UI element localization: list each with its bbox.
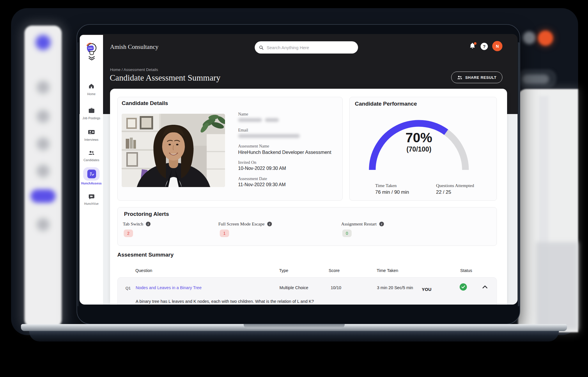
alert-label-text: Full Screen Mode Escape bbox=[218, 221, 265, 227]
video-chat-icon bbox=[88, 193, 95, 200]
fullscreen-escape-count-badge: 1 bbox=[220, 230, 229, 237]
collapse-chevron-icon[interactable] bbox=[482, 284, 488, 290]
alert-label-text: Assignment Restart bbox=[341, 221, 377, 227]
question-row[interactable]: Q1 Nodes and Leaves in a Binary Tree Mul… bbox=[117, 277, 497, 305]
score-fraction: (70/100) bbox=[357, 145, 480, 153]
help-button[interactable]: ? bbox=[481, 43, 488, 50]
sidebar-item-candidates[interactable] bbox=[80, 150, 103, 164]
laptop-deck-notch bbox=[244, 324, 345, 328]
notification-bell-button[interactable] bbox=[469, 42, 477, 50]
column-header-score: Score bbox=[329, 268, 340, 273]
sidebar-item-label: HunchVue bbox=[80, 202, 103, 205]
blurred-avatar bbox=[37, 110, 49, 123]
field-label-invited-on: Invited On bbox=[238, 160, 256, 165]
column-header-status: Status bbox=[460, 268, 472, 273]
field-label-name: Name bbox=[238, 112, 248, 117]
field-label-assessment-name: Assessment Name bbox=[238, 144, 269, 149]
share-people-icon bbox=[457, 75, 463, 80]
name-value-blurred bbox=[238, 118, 262, 122]
sidebar-item-label: Job Postings bbox=[80, 116, 103, 120]
status-correct-icon bbox=[460, 283, 467, 291]
company-name: Amish Consultancy bbox=[110, 43, 158, 51]
sidebar-item-label: Interviews bbox=[80, 138, 103, 141]
sidebar-item-label: HunchAssess bbox=[80, 182, 103, 185]
candidate-photo bbox=[122, 114, 225, 187]
assessment-date-value: 11-Nov-2022 09:30 AM bbox=[238, 182, 286, 187]
user-avatar[interactable]: N bbox=[492, 41, 502, 51]
hunchhire-logo bbox=[85, 42, 98, 61]
search-icon bbox=[259, 45, 264, 50]
assignment-restart-count-badge: 0 bbox=[342, 230, 352, 237]
notification-badge-dot bbox=[474, 42, 477, 45]
search-input[interactable] bbox=[267, 45, 354, 50]
column-header-type: Type bbox=[279, 268, 288, 273]
search-bar[interactable] bbox=[255, 41, 358, 54]
alert-tab-switch: Tab Switch i bbox=[123, 221, 150, 227]
blurred-avatar bbox=[37, 81, 49, 94]
alert-fullscreen-escape: Full Screen Mode Escape i bbox=[218, 221, 272, 227]
marketing-scene: Home Job Postings Interviews bbox=[0, 0, 588, 377]
time-taken-label: Time Taken bbox=[375, 183, 396, 188]
question-id: Q1 bbox=[125, 286, 131, 290]
alert-assignment-restart: Assignment Restart i bbox=[341, 221, 384, 227]
sidebar-item-hunchvue[interactable] bbox=[80, 193, 103, 208]
tab-switch-count-badge: 2 bbox=[124, 230, 133, 237]
app-window: Home Job Postings Interviews bbox=[79, 34, 518, 305]
laptop-shadow bbox=[55, 340, 533, 354]
breadcrumb[interactable]: Home / Assessment Details bbox=[110, 67, 158, 72]
blurred-orange-circle bbox=[538, 31, 553, 46]
info-icon[interactable]: i bbox=[379, 222, 384, 226]
name-value-blurred bbox=[265, 118, 279, 122]
candidate-performance-card: Candidate Performance 70% (70/100) Time … bbox=[349, 97, 497, 201]
proctoring-alerts-heading: Proctoring Alerts bbox=[124, 211, 169, 217]
assessment-checklist-icon bbox=[87, 170, 96, 178]
blurred-avatar bbox=[37, 218, 49, 231]
question-score: 10/10 bbox=[331, 285, 341, 290]
assessment-name-value: HireHunch Backend Developer Assessment bbox=[238, 150, 331, 155]
sidebar-item-label: Candidates bbox=[80, 158, 103, 162]
question-link[interactable]: Nodes and Leaves in a Binary Tree bbox=[136, 285, 202, 290]
email-value-blurred bbox=[238, 134, 300, 138]
question-type: Multiple Choice bbox=[279, 285, 308, 290]
blurred-avatar bbox=[37, 138, 49, 150]
column-header-time-taken: Time Taken bbox=[377, 268, 398, 273]
laptop-edge-highlight bbox=[517, 42, 519, 306]
page-title: Candidate Assessment Summary bbox=[110, 73, 220, 83]
score-percent: 70% bbox=[357, 130, 480, 145]
alert-label-text: Tab Switch bbox=[123, 221, 143, 227]
blurred-circle bbox=[523, 31, 536, 44]
blurred-sidebar-window bbox=[24, 26, 62, 327]
question-detail: A binary tree has L leaves and K nodes, … bbox=[136, 299, 314, 304]
sidebar-item-label: Home bbox=[80, 92, 103, 96]
blurred-active-pill bbox=[31, 189, 56, 203]
share-result-button[interactable]: SHARE RESULT bbox=[451, 72, 502, 83]
people-icon bbox=[88, 150, 95, 157]
laptop-edge-highlight bbox=[77, 42, 79, 306]
share-result-label: SHARE RESULT bbox=[465, 75, 496, 80]
blurred-logo-blob bbox=[36, 35, 51, 50]
candidate-performance-heading: Candidate Performance bbox=[355, 101, 417, 107]
question-time: 3 min 20 Sec/5 min bbox=[377, 285, 413, 290]
field-label-email: Email bbox=[238, 128, 248, 133]
proctoring-alerts-card: Proctoring Alerts Tab Switch i 2 Full Sc… bbox=[117, 207, 497, 246]
info-icon[interactable]: i bbox=[267, 222, 272, 226]
field-label-assessment-date: Assessment Date bbox=[238, 176, 267, 181]
home-icon bbox=[88, 83, 95, 89]
sidebar: Home Job Postings Interviews bbox=[80, 35, 103, 304]
laptop-base-bottom bbox=[29, 331, 559, 342]
time-taken-value: 76 min / 90 min bbox=[375, 189, 409, 195]
cursor-label-you: YOU bbox=[422, 287, 431, 292]
blurred-toolbar-pill bbox=[522, 74, 549, 84]
blurred-avatar bbox=[37, 165, 49, 177]
questions-attempted-value: 22 / 25 bbox=[436, 189, 451, 195]
blurred-panel-gray-block bbox=[536, 242, 578, 330]
candidate-details-card: Candidate Details bbox=[117, 97, 343, 201]
briefcase-icon bbox=[88, 107, 95, 114]
candidate-details-heading: Candidate Details bbox=[122, 100, 168, 106]
interview-card-icon bbox=[88, 129, 95, 136]
column-header-question: Question bbox=[135, 268, 152, 273]
info-icon[interactable]: i bbox=[146, 222, 150, 226]
assessment-summary-heading: Assesment Summary bbox=[117, 252, 173, 258]
questions-attempted-label: Questions Attempted bbox=[436, 183, 474, 188]
invited-on-value: 10-Nov-2022 09:30 AM bbox=[238, 166, 286, 171]
